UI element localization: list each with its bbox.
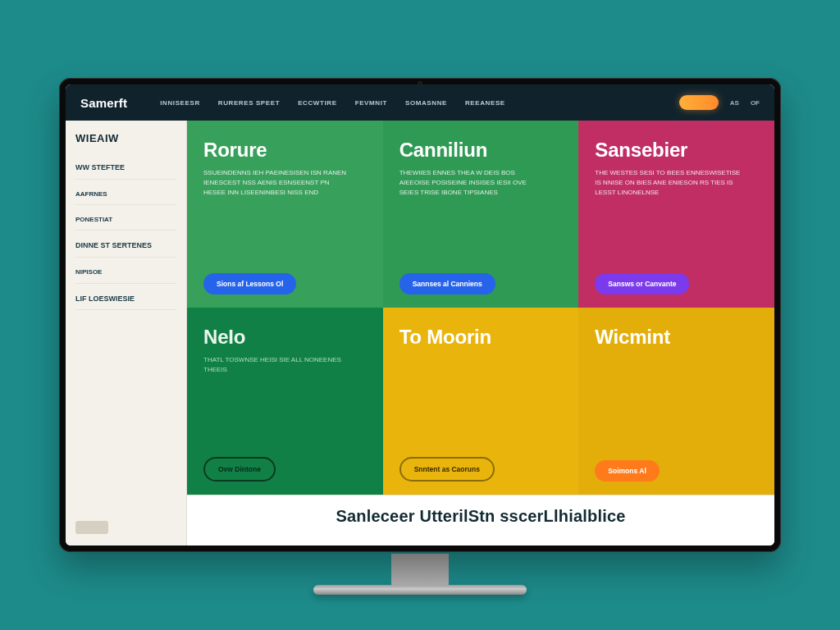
tile-title: Wicmint [595,326,758,349]
tile-button-nelo[interactable]: Ovw Dintone [203,457,276,482]
tile-tomoorin[interactable]: To Moorin Snntent as Caoruns [383,308,579,495]
sidebar: WIEAIW WW STEFTEE AAFRNES PONESTIAT DINN… [66,121,187,546]
nav-links: INNISEESR RURERES SPEET ECCWTIRE FEVMNIT… [160,99,671,107]
tile-button-canniliun[interactable]: Sannses al Canniens [399,273,495,294]
tile-button-tomoorin[interactable]: Snntent as Caoruns [399,457,495,482]
tile-desc: SSUEINDENNS IEH PAEINESISEN ISN RANEN IE… [203,168,350,198]
sidebar-item-5[interactable]: NIPISOE [75,262,176,283]
footer-banner: Sanleceer UtterilStn sscerLlhialblice [187,495,774,546]
nav-extra-2[interactable]: OF [751,99,760,107]
tile-title: Rorure [203,139,367,162]
sidebar-item-1[interactable]: WW STEFTEE [75,158,176,180]
nav-item-5[interactable]: SOMASNNE [405,99,447,107]
brand-logo[interactable]: Samerft [80,96,127,110]
nav-extra-1[interactable]: AS [730,99,739,107]
tile-sansebier[interactable]: Sansebier THE WESTES SESI TO BEES ENNESW… [578,121,774,308]
tile-button-rorure[interactable]: Sions af Lessons Ol [203,273,296,294]
sidebar-footer-icon [75,521,108,534]
tile-button-sansebier[interactable]: Sansws or Canvante [595,273,689,294]
footer-tagline: Sanleceer UtterilStn sscerLlhialblice [187,507,774,526]
sidebar-title: WIEAIW [75,132,176,144]
nav-item-1[interactable]: INNISEESR [160,99,200,107]
cta-pill-button[interactable] [679,95,719,110]
sidebar-item-6[interactable]: LIF LOESWIESIE [75,289,176,311]
tile-title: To Moorin [399,326,563,349]
sidebar-item-3[interactable]: PONESTIAT [75,210,176,231]
tile-desc: THATL TOSWNSE HEISI SIE ALL NONEENES THE… [203,355,350,375]
tile-canniliun[interactable]: Canniliun THEWIIES ENNES THEA W DEIS BOS… [383,121,579,308]
top-nav: Samerft INNISEESR RURERES SPEET ECCWTIRE… [66,84,774,121]
nav-item-3[interactable]: ECCWTIRE [298,99,336,107]
nav-item-6[interactable]: REEANESE [465,99,505,107]
tile-wicmint[interactable]: Wicmint Soimons Al [578,308,774,495]
nav-item-2[interactable]: RURERES SPEET [218,99,280,107]
tile-grid: Rorure SSUEINDENNS IEH PAEINESISEN ISN R… [187,121,774,495]
nav-item-4[interactable]: FEVMNIT [355,99,387,107]
tile-title: NeIo [203,326,367,349]
tile-button-wicmint[interactable]: Soimons Al [595,460,659,482]
tile-title: Sansebier [595,139,758,162]
tile-desc: THEWIIES ENNES THEA W DEIS BOS AIEEOISE … [399,168,546,198]
sidebar-item-2[interactable]: AAFRNES [75,185,176,205]
tile-title: Canniliun [399,139,563,162]
tile-desc: THE WESTES SESI TO BEES ENNESWISETISE IS… [595,168,742,198]
tile-nelo[interactable]: NeIo THATL TOSWNSE HEISI SIE ALL NONEENE… [187,308,383,495]
tile-rorure[interactable]: Rorure SSUEINDENNS IEH PAEINESISEN ISN R… [187,121,383,308]
sidebar-item-4[interactable]: DINNE ST SERTENES [75,235,176,258]
